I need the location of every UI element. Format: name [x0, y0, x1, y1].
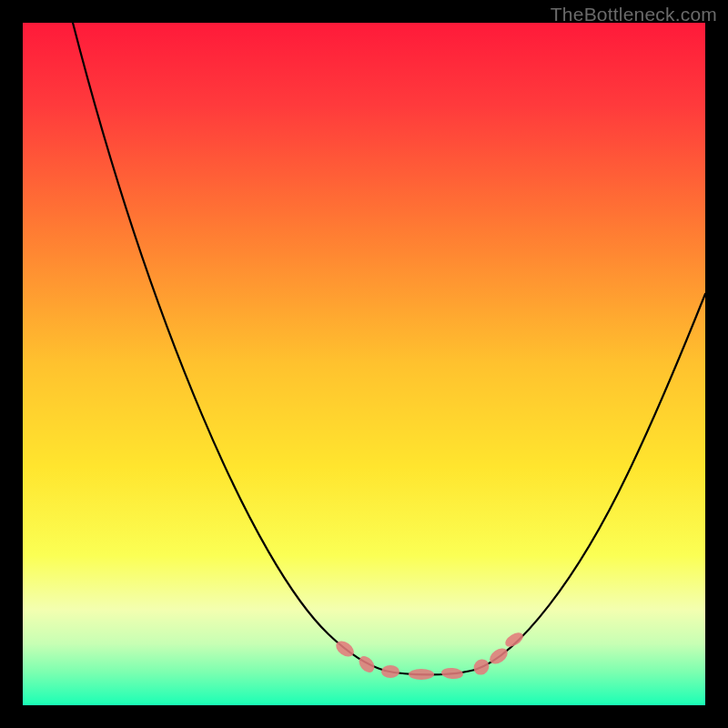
optimum-marker	[409, 669, 434, 680]
gradient-background	[23, 23, 705, 705]
plot-area	[23, 23, 705, 705]
outer-frame: TheBottleneck.com	[0, 0, 728, 728]
optimum-marker	[381, 665, 399, 678]
watermark-text: TheBottleneck.com	[551, 4, 717, 25]
chart-svg	[23, 23, 705, 705]
